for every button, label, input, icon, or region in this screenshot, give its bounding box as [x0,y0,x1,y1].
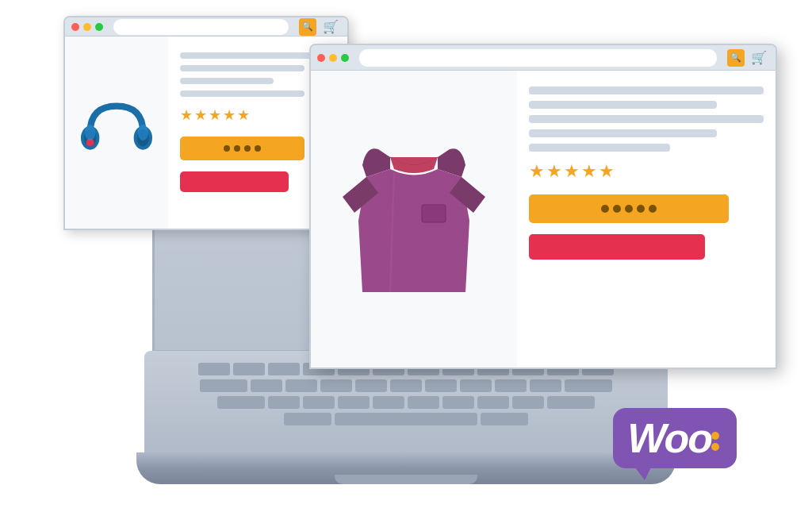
price-dot-3 [625,205,633,213]
key [530,379,561,392]
key [442,396,474,409]
keyboard-row-3 [152,396,660,409]
woocommerce-badge: Woo [613,408,737,468]
key [512,396,544,409]
star-5: ★ [599,161,615,182]
headphones-svg [77,93,156,172]
keyboard-rows [152,363,660,425]
keyboard-row-2 [152,379,660,392]
key [425,379,457,392]
star-3: ★ [564,161,580,182]
price-button-large[interactable] [529,194,729,223]
star-2: ★ [546,161,562,182]
illustration-scene: 🔍 🛒 [0,0,812,508]
key [284,413,331,425]
close-dot [71,23,79,31]
key [373,396,404,409]
key [251,379,282,392]
key [338,396,370,409]
product-desc-line1 [180,65,304,71]
address-bar-large [359,49,717,67]
key [285,379,317,392]
key [481,413,528,425]
key [408,396,439,409]
large-product-details: ★ ★ ★ ★ ★ [517,71,776,369]
key [320,379,352,392]
key [233,363,265,375]
price-dot-4 [255,145,261,152]
small-browser-content: ★ ★ ★ ★ ★ [65,37,347,229]
product-desc-line1 [529,101,717,109]
price-dot-2 [613,205,621,213]
product-rating-large: ★ ★ ★ ★ ★ [529,161,764,182]
close-dot [317,54,325,62]
star-4: ★ [581,161,597,182]
woo-speech-bubble: Woo [613,408,737,468]
keyboard-row-4 [152,413,660,425]
star-5: ★ [237,106,250,124]
add-to-cart-button-large[interactable] [529,234,705,260]
shirt-product-image [311,71,517,369]
product-desc-line2 [529,115,764,123]
key [390,379,422,392]
headphones-product-image [65,37,168,229]
price-dot-1 [224,145,230,152]
price-dot-1 [601,205,609,213]
svg-point-5 [85,125,95,140]
woo-dots [711,432,719,451]
woo-dot-2 [711,443,719,451]
product-desc-line3 [529,129,717,137]
product-desc-line4 [529,144,670,152]
search-icon-large: 🔍 [727,49,745,67]
star-4: ★ [223,106,236,124]
small-browser-titlebar: 🔍 🛒 [65,17,347,37]
star-2: ★ [194,106,207,124]
key [477,396,509,409]
add-to-cart-button[interactable] [180,171,289,192]
price-dot-4 [637,205,645,213]
large-browser-titlebar: 🔍 🛒 [311,45,776,71]
large-browser-content: ★ ★ ★ ★ ★ [311,71,776,369]
woo-dot-1 [711,432,719,440]
cart-icon-large: 🛒 [749,49,769,67]
key [268,396,300,409]
price-dot-5 [649,205,657,213]
key [198,363,230,375]
svg-rect-7 [422,205,446,222]
star-1: ★ [529,161,545,182]
price-button[interactable] [180,137,304,160]
key [460,379,492,392]
key [303,396,335,409]
product-desc-line2 [180,78,274,84]
price-dot-3 [244,145,251,152]
shirt-svg [335,133,493,308]
product-title-line [529,87,764,94]
large-browser-window: 🔍 🛒 [309,44,777,369]
key [355,379,387,392]
woo-logo-text: Woo [627,418,711,459]
maximize-dot [341,54,349,62]
star-1: ★ [180,106,193,124]
cart-icon: 🛒 [320,18,341,36]
small-browser-window: 🔍 🛒 [63,16,349,230]
spacebar-key [335,413,477,425]
key [217,396,265,409]
key [268,363,300,375]
key [495,379,527,392]
search-icon: 🔍 [299,18,316,36]
key [200,379,247,392]
product-desc-line3 [180,90,304,97]
key [565,379,612,392]
key [547,396,595,409]
star-3: ★ [209,106,221,124]
laptop-base [136,452,676,484]
minimize-dot [329,54,337,62]
price-dot-2 [234,145,240,152]
maximize-dot [95,23,103,31]
svg-point-6 [138,125,148,140]
minimize-dot [83,23,91,31]
address-bar [113,19,289,35]
